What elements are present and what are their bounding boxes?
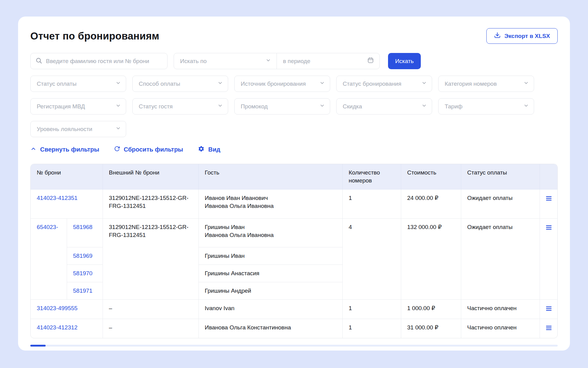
rooms-count: 4 — [342, 219, 401, 300]
payment-status: Частично оплачен — [461, 319, 540, 338]
search-submit-button[interactable]: Искать — [388, 53, 421, 69]
filter-actions-row: Свернуть фильтры Сбросить фильтры Вид — [30, 145, 558, 154]
chevron-down-icon — [319, 80, 325, 87]
table-header-row: № брони Внешний № брони Гость Количество… — [31, 164, 558, 190]
filter-promocode[interactable]: Промокод — [234, 98, 330, 115]
horizontal-scrollbar-track[interactable] — [30, 345, 558, 347]
search-by-select[interactable]: Искать по — [174, 53, 277, 69]
page-title: Отчет по бронированиям — [30, 30, 159, 42]
guest-name: Иванов Иван Иванович — [205, 194, 336, 202]
sub-booking-number-link[interactable]: 581971 — [67, 282, 103, 300]
table-row-group: 654023- 581968 3129012NE-12123-15512-GR-… — [31, 219, 558, 247]
guest-cell: Гришины Иван — [198, 247, 342, 265]
download-icon — [494, 32, 501, 40]
rooms-count: 1 — [342, 319, 401, 338]
guest-name: Гришины Андрей — [205, 287, 336, 295]
filter-label: Способ оплаты — [139, 81, 180, 87]
search-input[interactable] — [46, 58, 162, 65]
filter-row-3: Уровень лояльности — [30, 121, 558, 137]
gear-icon — [198, 145, 205, 154]
payment-status: Ожидает оплаты — [461, 190, 540, 219]
export-xlsx-button[interactable]: Экспорт в XLSX — [486, 28, 558, 44]
period-label: в периоде — [283, 58, 310, 65]
search-by-label: Искать по — [180, 58, 207, 65]
guest-name: Иванова Ольга Константиновна — [205, 324, 336, 332]
filter-payment-method[interactable]: Способ оплаты — [132, 76, 228, 92]
reset-filters-label: Сбросить фильтры — [124, 146, 183, 153]
view-settings-link[interactable]: Вид — [198, 145, 220, 154]
reset-filters-link[interactable]: Сбросить фильтры — [114, 146, 183, 153]
filter-label: Уровень лояльности — [37, 126, 92, 133]
table-row: 414023-412312 – Иванова Ольга Константин… — [31, 319, 558, 338]
hamburger-menu-icon — [546, 195, 552, 203]
filter-tariff[interactable]: Тариф — [438, 98, 534, 115]
booking-number-link[interactable]: 314023-499555 — [31, 300, 103, 319]
guest-cell: Иванов Иван Иванович Иванова Ольга Ивано… — [198, 190, 342, 219]
view-settings-label: Вид — [208, 146, 220, 153]
payment-status: Частично оплачен — [461, 300, 540, 319]
rooms-count: 1 — [342, 300, 401, 319]
card-header: Отчет по бронированиям Экспорт в XLSX — [30, 28, 558, 44]
collapse-filters-label: Свернуть фильтры — [40, 146, 99, 153]
filter-payment-status[interactable]: Статус оплаты — [30, 76, 126, 92]
external-number: 3129012NE-12123-15512-GR-FRG-1312451 — [103, 219, 198, 300]
filter-booking-source[interactable]: Источник бронирования — [234, 76, 330, 92]
booking-number-link[interactable]: 414023-412312 — [31, 319, 103, 338]
chevron-down-icon — [421, 103, 427, 110]
search-box — [30, 53, 168, 69]
booking-number-link[interactable]: 414023-412351 — [31, 190, 103, 219]
col-price: Стоимость — [401, 164, 461, 190]
guest-name: Гришины Иван — [205, 252, 336, 260]
col-payment-status: Статус оплаты — [461, 164, 540, 190]
report-card: Отчет по бронированиям Экспорт в XLSX — [18, 17, 570, 351]
guest-cell: Гришины Иван Иванова Ольга Ивановна — [198, 219, 342, 247]
price: 24 000.00 ₽ — [401, 190, 461, 219]
collapse-filters-link[interactable]: Свернуть фильтры — [30, 146, 99, 153]
filter-label: Промокод — [241, 103, 268, 110]
sub-booking-number-link[interactable]: 581968 — [67, 219, 103, 247]
filter-label: Категория номеров — [445, 81, 497, 87]
filter-loyalty-level[interactable]: Уровень лояльности — [30, 121, 126, 137]
filter-mvd-registration[interactable]: Регистрация МВД — [30, 98, 126, 115]
row-menu-button[interactable] — [540, 300, 558, 319]
row-menu-button[interactable] — [540, 319, 558, 338]
chevron-down-icon — [115, 80, 121, 87]
col-actions — [540, 164, 558, 190]
filter-room-category[interactable]: Категория номеров — [438, 76, 534, 92]
filter-discount[interactable]: Скидка — [336, 98, 432, 115]
guest-cell: Гришины Анастасия — [198, 265, 342, 282]
row-menu-button[interactable] — [540, 219, 558, 300]
guest-name: Иванова Ольга Ивановна — [205, 202, 336, 210]
period-date-input[interactable]: в периоде — [277, 53, 379, 69]
filter-guest-status[interactable]: Статус гостя — [132, 98, 228, 115]
price: 132 000.00 ₽ — [401, 219, 461, 300]
guest-name: Ivanov Ivan — [205, 304, 336, 312]
filter-booking-status[interactable]: Статус бронирования — [336, 76, 432, 92]
bookings-table: № брони Внешний № брони Гость Количество… — [30, 164, 558, 338]
filter-label: Статус гостя — [139, 103, 173, 110]
col-guest: Гость — [198, 164, 342, 190]
row-menu-button[interactable] — [540, 190, 558, 219]
chevron-down-icon — [523, 80, 529, 87]
filter-label: Статус бронирования — [343, 81, 401, 87]
horizontal-scrollbar-thumb[interactable] — [30, 345, 46, 347]
rooms-count: 1 — [342, 190, 401, 219]
hamburger-menu-icon — [546, 305, 552, 313]
guest-name: Гришины Анастасия — [205, 269, 336, 277]
booking-number-prefix-link[interactable]: 654023- — [31, 219, 67, 300]
chevron-down-icon — [217, 103, 223, 110]
sub-booking-number-link[interactable]: 581969 — [67, 247, 103, 265]
external-number: – — [103, 319, 198, 338]
filter-label: Скидка — [343, 103, 362, 110]
chevron-down-icon — [217, 80, 223, 87]
search-row: Искать по в периоде — [30, 53, 558, 69]
guest-name: Иванова Ольга Ивановна — [205, 231, 336, 239]
sub-booking-number-link[interactable]: 581970 — [67, 265, 103, 282]
payment-status: Ожидает оплаты — [461, 219, 540, 300]
guest-cell: Гришины Андрей — [198, 282, 342, 300]
hamburger-menu-icon — [546, 325, 552, 332]
filter-label: Статус оплаты — [37, 81, 77, 87]
filter-label: Тариф — [445, 103, 462, 110]
filter-row-2: Регистрация МВД Статус гостя Промокод Ск… — [30, 98, 558, 115]
search-by-period-control: Искать по в периоде — [174, 53, 380, 69]
